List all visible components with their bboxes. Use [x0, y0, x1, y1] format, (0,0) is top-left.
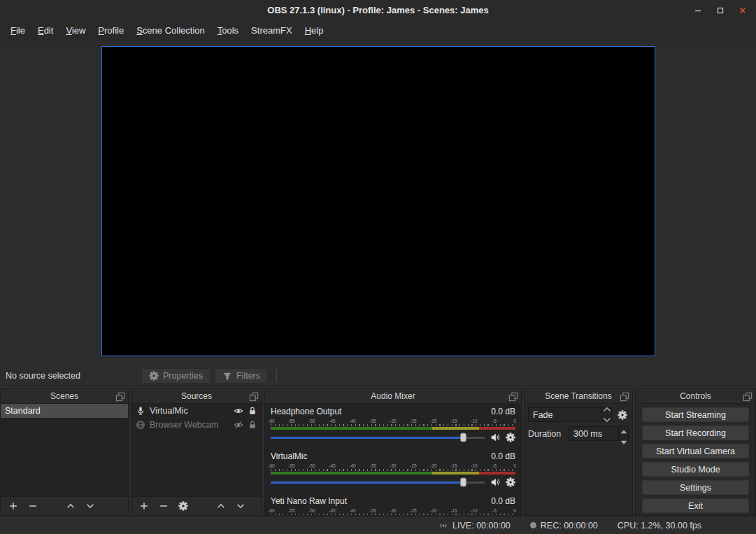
add-scene-button[interactable]	[6, 499, 20, 513]
transition-select-spinner[interactable]	[601, 408, 611, 421]
channel-db-value: 0.0 dB	[491, 496, 515, 507]
transition-properties-button[interactable]	[616, 408, 629, 422]
menu-streamfx[interactable]: StreamFX	[245, 20, 299, 41]
meter-scale-label: -5	[489, 463, 500, 469]
volume-slider-handle[interactable]	[460, 478, 466, 487]
meter-scale-label: -30	[387, 463, 399, 469]
docks-row: Scenes Standard Sources	[0, 386, 756, 516]
meter-scale-label: -10	[469, 463, 480, 469]
source-down-button[interactable]	[234, 499, 248, 513]
meter-scale-label: 0	[509, 418, 520, 424]
menu-profile[interactable]: Profile	[92, 20, 130, 41]
duration-decrement-button[interactable]	[619, 437, 628, 447]
source-properties-gear-icon[interactable]	[176, 499, 190, 513]
channel-db-value: 0.0 dB	[491, 451, 515, 462]
duration-increment-button[interactable]	[619, 427, 628, 437]
remove-scene-button[interactable]	[26, 499, 40, 513]
volume-meter	[271, 472, 515, 475]
meter-scale-label: -10	[469, 418, 480, 424]
filters-icon	[222, 371, 232, 381]
mixer-channel-yeti-nano: Yeti Nano Raw Input 0.0 dB -60-55-50-45-…	[271, 496, 515, 515]
scene-item-standard[interactable]: Standard	[1, 404, 128, 418]
meter-scale-label: -15	[448, 507, 459, 514]
duration-spinbox[interactable]: 300 ms	[569, 426, 629, 441]
sources-dock-title: Sources	[181, 391, 212, 401]
speaker-mute-icon[interactable]	[490, 477, 500, 487]
start-virtual-camera-button[interactable]: Start Virtual Camera	[642, 444, 749, 458]
volume-slider-handle[interactable]	[460, 433, 466, 442]
live-broadcast-icon	[438, 521, 448, 531]
scenes-dock: Scenes Standard	[0, 388, 129, 516]
meter-tick-marks	[271, 424, 515, 426]
scenes-dock-title: Scenes	[50, 391, 78, 401]
triangle-down-icon	[619, 437, 629, 447]
status-bar: LIVE: 00:00:00 REC: 00:00:00 CPU: 1.2%, …	[0, 516, 756, 534]
source-item-label: VirtualMic	[150, 406, 229, 416]
volume-slider[interactable]	[271, 477, 485, 487]
chevron-down-icon	[602, 415, 612, 425]
meter-scale-label: -20	[428, 463, 439, 469]
source-up-button[interactable]	[214, 499, 228, 513]
meter-scale-label: -60	[266, 418, 277, 424]
lock-icon[interactable]	[248, 420, 257, 430]
menu-help[interactable]: Help	[299, 20, 330, 41]
visibility-eye-off-icon[interactable]	[234, 420, 243, 430]
scenes-list: Standard	[1, 404, 128, 496]
filters-button[interactable]: Filters	[215, 368, 268, 384]
source-item-label: Browser Webcam	[150, 420, 229, 430]
start-recording-button[interactable]: Start Recording	[642, 426, 749, 440]
meter-scale-label: -25	[408, 463, 419, 469]
popout-dock-icon[interactable]	[743, 392, 753, 402]
preview-area	[0, 41, 756, 366]
meter-tick-marks	[271, 469, 515, 471]
popout-dock-icon[interactable]	[249, 392, 259, 402]
meter-scale-label: -15	[448, 463, 459, 469]
visibility-eye-icon[interactable]	[234, 406, 243, 416]
popout-dock-icon[interactable]	[620, 392, 629, 402]
add-source-button[interactable]	[137, 499, 151, 513]
channel-gear-icon[interactable]	[506, 433, 515, 442]
source-item-browser-webcam[interactable]: Browser Webcam	[131, 418, 262, 432]
mixer-channel-virtualmic: VirtualMic 0.0 dB -60-55-50-45-40-35-30-…	[271, 451, 515, 489]
channel-name: Headphone Output	[271, 407, 341, 417]
maximize-button[interactable]	[714, 4, 727, 17]
lock-icon[interactable]	[248, 406, 257, 416]
settings-button[interactable]: Settings	[642, 480, 749, 495]
meter-scale-label: -45	[327, 418, 338, 424]
speaker-mute-icon[interactable]	[490, 433, 500, 442]
menu-scene-collection[interactable]: Scene Collection	[130, 20, 211, 41]
rec-status: REC: 00:00:00	[530, 521, 598, 531]
controls-dock-header: Controls	[636, 389, 755, 404]
transitions-body: Fade Duration 300 ms	[525, 404, 632, 515]
window-controls	[692, 0, 749, 20]
scene-down-button[interactable]	[83, 499, 97, 513]
studio-mode-button[interactable]: Studio Mode	[642, 462, 749, 477]
meter-scale-label: -25	[408, 418, 419, 424]
close-button[interactable]	[736, 4, 749, 17]
transition-select[interactable]: Fade	[528, 407, 612, 422]
properties-button[interactable]: Properties	[141, 368, 211, 384]
volume-slider[interactable]	[271, 433, 485, 442]
scene-up-button[interactable]	[64, 499, 78, 513]
menu-view[interactable]: View	[59, 20, 92, 41]
popout-dock-icon[interactable]	[115, 392, 125, 402]
meter-scale-label: -10	[469, 507, 480, 514]
remove-source-button[interactable]	[157, 499, 171, 513]
menu-edit[interactable]: Edit	[31, 20, 59, 41]
popout-dock-icon[interactable]	[508, 392, 518, 402]
source-item-virtualmic[interactable]: VirtualMic	[131, 404, 262, 418]
channel-gear-icon[interactable]	[506, 477, 515, 487]
minimize-button[interactable]	[692, 4, 704, 17]
start-streaming-button[interactable]: Start Streaming	[642, 407, 749, 422]
preview-canvas[interactable]	[101, 46, 655, 356]
channel-name: VirtualMic	[271, 451, 307, 462]
meter-scale-label: -30	[387, 507, 399, 514]
properties-button-label: Properties	[163, 371, 203, 381]
duration-label: Duration	[528, 429, 561, 439]
meter-scale-label: -5	[489, 507, 500, 514]
menu-tools[interactable]: Tools	[211, 20, 245, 41]
meter-scale: -60-55-50-45-40-35-30-25-20-15-10-50	[266, 507, 520, 514]
menu-file[interactable]: File	[4, 20, 31, 41]
scenes-dock-header: Scenes	[1, 389, 128, 404]
exit-button[interactable]: Exit	[642, 498, 749, 513]
